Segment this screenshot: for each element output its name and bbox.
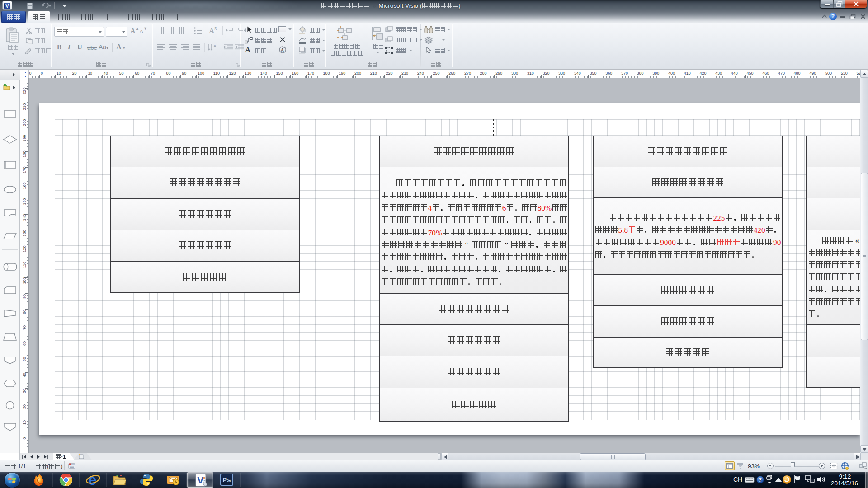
- svg-text:V: V: [197, 474, 204, 486]
- svg-text:e: e: [88, 472, 96, 488]
- svg-text:A: A: [213, 44, 217, 48]
- svg-text:A: A: [281, 48, 284, 52]
